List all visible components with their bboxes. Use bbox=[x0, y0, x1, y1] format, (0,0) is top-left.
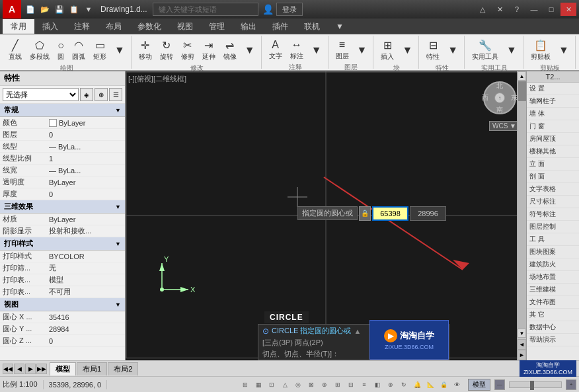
ribbon-props-more[interactable]: ▼ bbox=[444, 42, 461, 58]
status-tp-btn[interactable]: ◧ bbox=[371, 379, 383, 391]
status-3dosnap-btn[interactable]: ⊠ bbox=[305, 379, 317, 391]
right-item-stair[interactable]: 楼梯其他 bbox=[527, 145, 579, 158]
scroll-down-btn[interactable]: ▼ bbox=[518, 329, 526, 338]
section-general-header[interactable]: 常规 ▼ bbox=[0, 104, 125, 117]
nav-left-btn[interactable]: ◄ bbox=[518, 339, 526, 350]
tab-param[interactable]: 参数化 bbox=[130, 19, 169, 34]
status-grid-btn[interactable]: ▦ bbox=[252, 379, 264, 391]
status-osnap-btn[interactable]: ◎ bbox=[292, 379, 304, 391]
nav-prev-btn[interactable]: ◀ bbox=[14, 364, 24, 374]
ribbon-props-btn[interactable]: ⊟特性 bbox=[423, 37, 443, 63]
ribbon-annot-more[interactable]: ▼ bbox=[308, 42, 325, 58]
object-select-dropdown[interactable]: 无选择 bbox=[3, 88, 79, 101]
divider-btn[interactable]: ✕ bbox=[492, 3, 508, 16]
zoom-out-btn[interactable]: — bbox=[494, 379, 505, 390]
login-button[interactable]: 登录 bbox=[276, 3, 303, 16]
zoom-in-btn[interactable]: + bbox=[566, 379, 576, 390]
coord-y-input[interactable] bbox=[410, 206, 446, 221]
status-lock-btn[interactable]: 🔒 bbox=[438, 379, 449, 391]
right-item-file[interactable]: 文件布图 bbox=[527, 296, 579, 309]
coord-lock-icon[interactable]: 🔒 bbox=[359, 206, 371, 221]
section-print-header[interactable]: 打印样式 ▼ bbox=[0, 237, 125, 251]
tab-home[interactable]: 常用 bbox=[3, 19, 34, 34]
qa-new[interactable]: 📄 bbox=[24, 3, 37, 16]
right-item-dim[interactable]: 尺寸标注 bbox=[527, 196, 579, 208]
ribbon-clip-btn[interactable]: 📋剪贴板 bbox=[527, 37, 554, 63]
nav-first-btn[interactable]: ◀◀ bbox=[3, 364, 13, 374]
maximize-btn[interactable]: □ bbox=[543, 3, 559, 16]
ribbon-util-more[interactable]: ▼ bbox=[503, 42, 520, 58]
status-snap-btn[interactable]: ⊞ bbox=[239, 379, 251, 391]
tab-connect[interactable]: 联机 bbox=[296, 19, 328, 34]
layout-tab-2[interactable]: 布局2 bbox=[108, 362, 138, 375]
wcs-label[interactable]: WCS ▼ bbox=[489, 121, 520, 131]
ribbon-poly-btn[interactable]: ⬠多段线 bbox=[26, 37, 53, 63]
status-qs-btn[interactable]: ⊕ bbox=[385, 379, 397, 391]
status-lw-btn[interactable]: ≡ bbox=[358, 379, 370, 391]
scroll-thumb[interactable] bbox=[518, 81, 526, 101]
qa-open[interactable]: 📂 bbox=[38, 3, 52, 16]
logo2-btn[interactable]: △ bbox=[475, 3, 490, 16]
cmd-scroll-up[interactable]: ▲ bbox=[354, 327, 361, 335]
close-btn[interactable]: ✕ bbox=[560, 3, 576, 16]
right-item-wall[interactable]: 墙 体 bbox=[527, 108, 579, 120]
status-dyn-btn[interactable]: ⊟ bbox=[345, 379, 357, 391]
search-input[interactable] bbox=[153, 3, 258, 16]
ribbon-dim-btn[interactable]: ↔标注 bbox=[287, 37, 307, 63]
minimize-btn[interactable]: — bbox=[526, 3, 542, 16]
status-ducs-btn[interactable]: ⊞ bbox=[332, 379, 344, 391]
right-item-door[interactable]: 门 窗 bbox=[527, 120, 579, 133]
right-item-settings[interactable]: 设 置 bbox=[527, 83, 579, 95]
tab-output[interactable]: 输出 bbox=[233, 19, 264, 34]
ribbon-layer-more[interactable]: ▼ bbox=[354, 42, 371, 58]
right-item-layers[interactable]: 图层控制 bbox=[527, 221, 579, 233]
section-3d-header[interactable]: 三维效果 ▼ bbox=[0, 200, 125, 214]
right-item-tools[interactable]: 工 具 bbox=[527, 233, 579, 246]
ribbon-move-btn[interactable]: ✛移动 bbox=[135, 37, 155, 63]
help-btn[interactable]: ? bbox=[509, 3, 525, 16]
tab-manage[interactable]: 管理 bbox=[201, 19, 233, 34]
props-icon1[interactable]: ◈ bbox=[80, 88, 93, 101]
scroll-up-btn[interactable]: ▲ bbox=[518, 71, 526, 81]
right-item-data[interactable]: 数据中心 bbox=[527, 321, 579, 334]
nav-right-btn[interactable]: ► bbox=[518, 350, 526, 360]
ribbon-mirror-btn[interactable]: ⇌镜像 bbox=[220, 37, 240, 63]
ribbon-util-btn[interactable]: 🔧实用工具 bbox=[469, 37, 502, 63]
right-item-other[interactable]: 其 它 bbox=[527, 309, 579, 321]
section-view-header[interactable]: 视图 ▼ bbox=[0, 298, 125, 311]
ribbon-trim-btn[interactable]: ✂修剪 bbox=[178, 37, 198, 63]
zoom-slider[interactable] bbox=[509, 381, 562, 388]
ribbon-rotate-btn[interactable]: ↻旋转 bbox=[157, 37, 176, 63]
status-sel-btn[interactable]: ↻ bbox=[398, 379, 410, 391]
layout-tab-model[interactable]: 模型 bbox=[50, 362, 76, 375]
status-isolate-btn[interactable]: 👁 bbox=[451, 379, 463, 391]
props-icon3[interactable]: ☰ bbox=[109, 88, 122, 101]
nav-last-btn[interactable]: ▶▶ bbox=[36, 364, 47, 374]
tab-more[interactable]: ▼ bbox=[328, 19, 352, 34]
status-ortho-btn[interactable]: ⊡ bbox=[266, 379, 278, 391]
drawing-area[interactable]: Y X [-][俯视][二维线框] 北 南 东 西 ↑ WCS ▼ bbox=[126, 71, 526, 360]
status-polar-btn[interactable]: △ bbox=[279, 379, 291, 391]
right-item-fire[interactable]: 建筑防火 bbox=[527, 258, 579, 271]
right-item-axis[interactable]: 轴网柱子 bbox=[527, 95, 579, 108]
coord-x-input[interactable] bbox=[372, 206, 408, 221]
right-item-block[interactable]: 图块图案 bbox=[527, 246, 579, 258]
ribbon-block-more[interactable]: ▼ bbox=[399, 42, 416, 58]
props-icon2[interactable]: ⊕ bbox=[95, 88, 108, 101]
ribbon-arc-btn[interactable]: ◠圆弧 bbox=[69, 37, 89, 63]
ribbon-insert-btn[interactable]: ⊞插入 bbox=[377, 37, 397, 63]
right-item-elev[interactable]: 立 面 bbox=[527, 158, 579, 171]
tab-annotate[interactable]: 注释 bbox=[66, 19, 98, 34]
ribbon-clip-more[interactable]: ▼ bbox=[555, 42, 572, 58]
tab-plugin[interactable]: 插件 bbox=[264, 19, 296, 34]
ribbon-modify-more[interactable]: ▼ bbox=[241, 42, 258, 58]
status-otrack-btn[interactable]: ⊕ bbox=[319, 379, 330, 391]
right-item-3d[interactable]: 三维建模 bbox=[527, 284, 579, 296]
status-units-btn[interactable]: 📐 bbox=[424, 379, 436, 391]
right-item-help[interactable]: 帮助演示 bbox=[527, 334, 579, 346]
ribbon-draw-more[interactable]: ▼ bbox=[111, 42, 128, 58]
right-item-symbol[interactable]: 符号标注 bbox=[527, 208, 579, 221]
ribbon-rect-btn[interactable]: ▭矩形 bbox=[90, 37, 110, 63]
zoom-thumb[interactable] bbox=[530, 381, 534, 390]
status-annot-btn[interactable]: 🔔 bbox=[411, 379, 423, 391]
